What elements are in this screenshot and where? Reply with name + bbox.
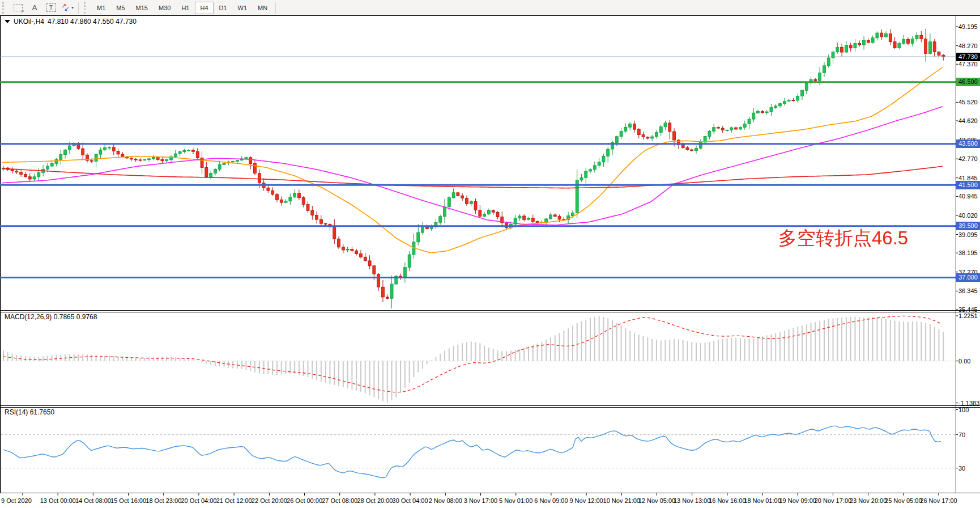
mt4-chart-window: F A T ↗↙ ▾ M1M5M15M30H1H4D1W1MN UKOil-,H…	[0, 0, 980, 508]
macd-panel-label: MACD(12,26,9) 0.7865 0.9768	[5, 313, 97, 321]
ma-magenta[interactable]	[2, 107, 943, 225]
ohlc-values-label: 47.810 47.860 47.550 47.730	[48, 18, 137, 26]
chart-canvas[interactable]	[0, 0, 980, 508]
rsi-panel-label: RSI(14) 61.7650	[5, 408, 54, 416]
chart-header: UKOil-,H4 47.810 47.860 47.550 47.730	[5, 18, 137, 26]
triangle-down-icon[interactable]	[5, 20, 10, 23]
symbol-period-label: UKOil-,H4	[14, 18, 44, 26]
chart-annotation-text[interactable]: 多空转折点46.5	[778, 226, 908, 251]
